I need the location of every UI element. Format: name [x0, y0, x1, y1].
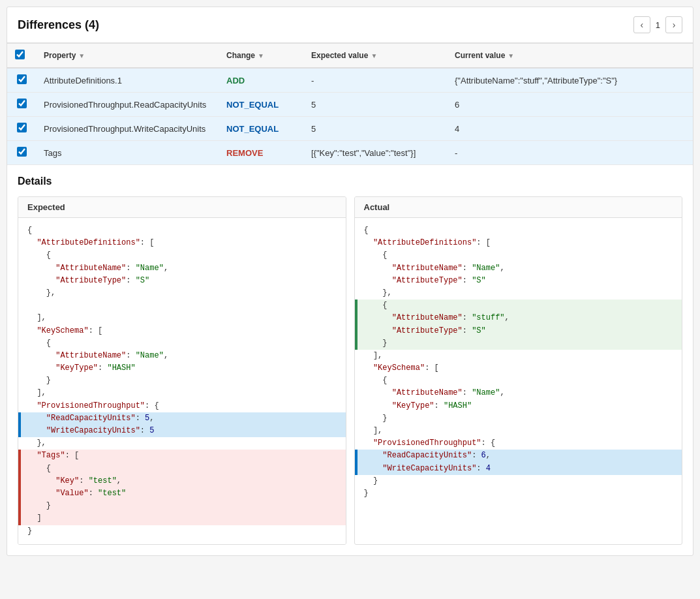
row-current-value: 6 — [447, 93, 693, 117]
chevron-right-icon: › — [673, 20, 676, 30]
actual-panel-body: { "AttributeDefinitions": [ { "Attribute… — [355, 218, 682, 506]
chevron-left-icon: ‹ — [640, 20, 643, 30]
row-checkbox[interactable] — [17, 74, 27, 84]
row-change: ADD — [219, 68, 303, 93]
row-expected-value: 5 — [303, 117, 447, 141]
main-container: Differences (4) ‹ 1 › Property ▼ — [7, 7, 693, 556]
sort-property-icon[interactable]: ▼ — [78, 52, 85, 59]
actual-panel-header: Actual — [355, 197, 682, 218]
select-all-checkbox[interactable] — [15, 50, 25, 59]
details-panels: Expected { "AttributeDefinitions": [ { "… — [18, 196, 682, 545]
row-change: NOT_EQUAL — [219, 117, 303, 141]
col-header-change: Change ▼ — [219, 44, 303, 69]
sort-current-icon[interactable]: ▼ — [508, 52, 514, 59]
row-checkbox-cell — [7, 141, 36, 165]
expected-panel-header: Expected — [18, 197, 346, 218]
page-number: 1 — [656, 20, 660, 30]
row-checkbox-cell — [7, 117, 36, 141]
col-header-current: Current value ▼ — [447, 44, 693, 69]
row-expected-value: [{"Key":"test","Value":"test"}] — [303, 141, 447, 165]
table-row: ProvisionedThroughput.ReadCapacityUnits … — [7, 93, 693, 117]
sort-expected-icon[interactable]: ▼ — [371, 52, 377, 59]
change-badge: ADD — [226, 76, 245, 85]
col-header-check — [7, 44, 36, 69]
col-header-property: Property ▼ — [36, 44, 219, 69]
col-header-expected: Expected value ▼ — [303, 44, 447, 69]
table-row: ProvisionedThroughput.WriteCapacityUnits… — [7, 117, 693, 141]
row-change: NOT_EQUAL — [219, 93, 303, 117]
row-property: ProvisionedThroughput.WriteCapacityUnits — [36, 117, 219, 141]
page-title: Differences (4) — [18, 18, 99, 32]
change-badge: NOT_EQUAL — [226, 100, 279, 110]
differences-table: Property ▼ Change ▼ Expected value ▼ — [7, 43, 693, 165]
table-row: AttributeDefinitions.1 ADD - {"Attribute… — [7, 68, 693, 93]
row-current-value: 4 — [447, 117, 693, 141]
row-checkbox[interactable] — [17, 147, 27, 157]
change-badge: NOT_EQUAL — [226, 124, 279, 134]
row-expected-value: 5 — [303, 93, 447, 117]
actual-panel: Actual { "AttributeDefinitions": [ { "At… — [354, 196, 683, 545]
row-checkbox-cell — [7, 93, 36, 117]
row-current-value: - — [447, 141, 693, 165]
change-badge: REMOVE — [226, 148, 263, 158]
row-property: Tags — [36, 141, 219, 165]
expected-panel: Expected { "AttributeDefinitions": [ { "… — [18, 196, 346, 545]
header: Differences (4) ‹ 1 › — [7, 7, 693, 43]
next-page-button[interactable]: › — [665, 16, 682, 33]
details-section: Details Expected { "AttributeDefinitions… — [7, 165, 693, 555]
pagination: ‹ 1 › — [633, 16, 682, 33]
row-expected-value: - — [303, 68, 447, 93]
table-row: Tags REMOVE [{"Key":"test","Value":"test… — [7, 141, 693, 165]
prev-page-button[interactable]: ‹ — [633, 16, 650, 33]
row-property: AttributeDefinitions.1 — [36, 68, 219, 93]
expected-panel-body: { "AttributeDefinitions": [ { "Attribute… — [18, 218, 346, 544]
row-checkbox[interactable] — [17, 123, 27, 132]
row-checkbox[interactable] — [17, 99, 27, 108]
row-change: REMOVE — [219, 141, 303, 165]
row-current-value: {"AttributeName":"stuff","AttributeType"… — [447, 68, 693, 93]
row-property: ProvisionedThroughput.ReadCapacityUnits — [36, 93, 219, 117]
sort-change-icon[interactable]: ▼ — [258, 52, 264, 59]
row-checkbox-cell — [7, 68, 36, 93]
details-title: Details — [18, 176, 682, 187]
